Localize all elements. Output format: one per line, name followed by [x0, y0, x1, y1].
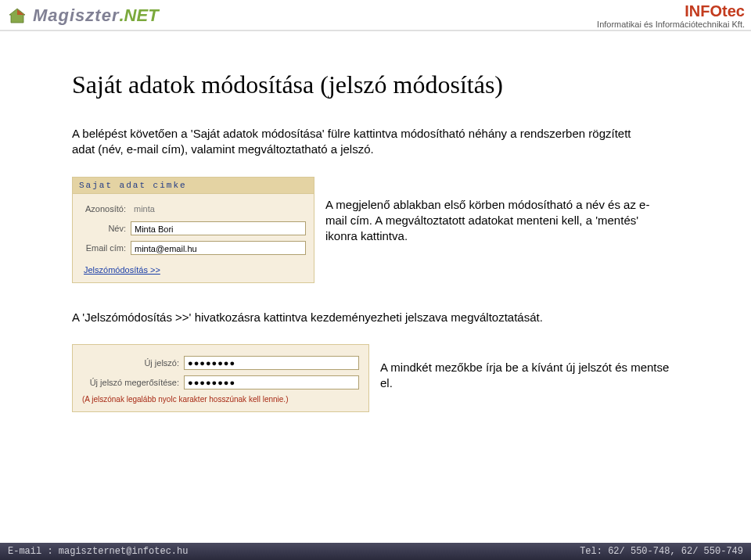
- id-label: Azonosító:: [81, 204, 131, 214]
- name-label: Név:: [81, 224, 131, 233]
- row-profile: Sajat adat cimke Azonosító: minta Név: M…: [72, 177, 704, 283]
- brand-name: INFOtec: [597, 2, 745, 20]
- header: Magiszter.NET INFOtec Informatikai és In…: [0, 0, 751, 31]
- pw1-label: Új jelszó:: [82, 358, 184, 368]
- side-text-2: A mindkét mezőkbe írja be a kívánt új je…: [380, 344, 677, 412]
- side-text-1: A megjelenő ablakban első körben módosít…: [325, 177, 654, 283]
- row-pw1: Új jelszó: ●●●●●●●●: [82, 356, 359, 370]
- password-panel-body: Új jelszó: ●●●●●●●● Új jelszó megerősíté…: [73, 345, 368, 411]
- header-right: INFOtec Informatikai és Információtechni…: [597, 2, 745, 29]
- footer-tel: Tel: 62/ 550-748, 62/ 550-749: [580, 546, 743, 557]
- profile-panel-body: Azonosító: minta Név: Minta Bori Email c…: [73, 194, 314, 282]
- email-label: Email cím:: [81, 243, 131, 253]
- page-title: Saját adatok módosítása (jelszó módosítá…: [72, 70, 704, 99]
- pw2-input[interactable]: ●●●●●●●●: [184, 375, 359, 389]
- id-value: minta: [131, 202, 306, 216]
- password-hint: (A jelszónak legalább nyolc karakter hos…: [82, 395, 359, 404]
- pw1-input[interactable]: ●●●●●●●●: [184, 356, 359, 370]
- password-panel: Új jelszó: ●●●●●●●● Új jelszó megerősíté…: [72, 344, 369, 412]
- row-password: Új jelszó: ●●●●●●●● Új jelszó megerősíté…: [72, 344, 704, 412]
- logo-mag: Magiszter: [33, 5, 119, 25]
- intro-paragraph: A belépést követően a 'Saját adatok módo…: [72, 126, 651, 158]
- row-id: Azonosító: minta: [81, 202, 306, 216]
- email-input[interactable]: minta@email.hu: [131, 241, 306, 255]
- logo-net: .NET: [119, 5, 158, 25]
- profile-panel: Sajat adat cimke Azonosító: minta Név: M…: [72, 177, 314, 283]
- logo-block: Magiszter.NET: [6, 5, 159, 26]
- mid-paragraph: A 'Jelszómódosítás >>' hivatkozásra katt…: [72, 310, 651, 325]
- footer-email: E-mail : magiszternet@infotec.hu: [8, 546, 188, 557]
- brand-sub: Informatikai és Információtechnikai Kft.: [597, 20, 745, 29]
- password-change-link[interactable]: Jelszómódosítás >>: [81, 260, 160, 276]
- row-name: Név: Minta Bori: [81, 221, 306, 235]
- logo-text: Magiszter.NET: [33, 5, 159, 26]
- pw2-label: Új jelszó megerősítése:: [82, 378, 184, 387]
- row-email: Email cím: minta@email.hu: [81, 241, 306, 255]
- name-input[interactable]: Minta Bori: [131, 221, 306, 235]
- main-content: Saját adatok módosítása (jelszó módosítá…: [0, 31, 751, 420]
- logo-icon: [6, 7, 28, 24]
- profile-panel-title: Sajat adat cimke: [73, 178, 314, 194]
- row-pw2: Új jelszó megerősítése: ●●●●●●●●: [82, 375, 359, 389]
- footer: E-mail : magiszternet@infotec.hu Tel: 62…: [0, 543, 751, 560]
